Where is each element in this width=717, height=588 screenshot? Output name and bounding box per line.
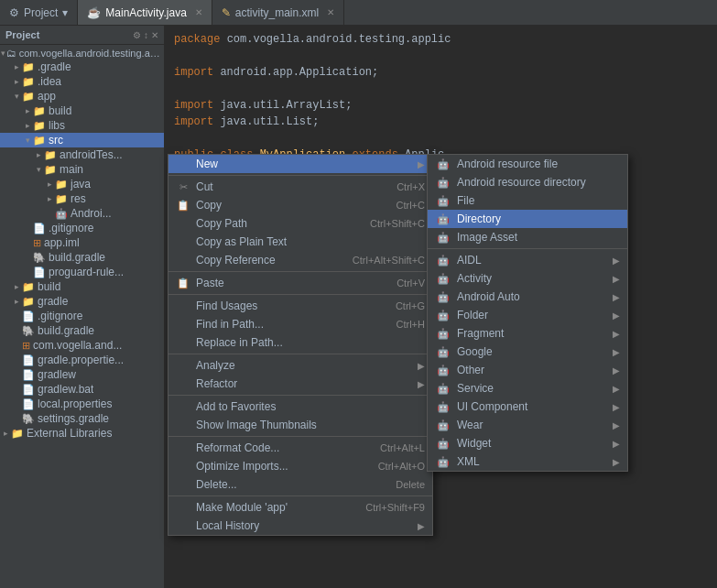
properties-icon: 📄	[22, 354, 35, 366]
context-menu-replace-path[interactable]: Replace in Path...	[168, 333, 432, 352]
folder-icon: 📁	[22, 281, 35, 293]
submenu-widget[interactable]: 🤖 Widget ▶	[428, 434, 627, 452]
separator-7	[168, 495, 432, 496]
context-menu-optimize-label: Optimize Imports...	[196, 460, 288, 473]
tree-arrow: ▾	[0, 49, 6, 58]
code-line-4	[174, 81, 708, 97]
tree-item-androidtest[interactable]: ▸ 📁 androidTes...	[0, 147, 164, 162]
main-activity-tab-icon: ☕	[87, 6, 101, 19]
tree-item-settings-gradle[interactable]: 🐘 settings.gradle	[0, 411, 164, 426]
tree-label-build: build	[49, 104, 71, 117]
tree-item-external-libs[interactable]: ▸ 📁 External Libraries	[0, 426, 164, 441]
submenu-file[interactable]: 🤖 File	[428, 191, 627, 210]
tree-label-external-libs: External Libraries	[27, 427, 112, 440]
sort-icon[interactable]: ↕	[144, 30, 148, 40]
submenu-android-auto[interactable]: 🤖 Android Auto ▶	[428, 288, 627, 306]
context-menu-refactor[interactable]: Refactor ▶	[168, 375, 432, 393]
tree-item-vogella[interactable]: ⊞ com.vogella.and...	[0, 338, 164, 353]
optimize-shortcut: Ctrl+Alt+O	[378, 461, 425, 472]
tab-project[interactable]: ⚙ Project ▾	[0, 0, 78, 25]
project-tab-label: Project	[24, 6, 58, 19]
submenu-google[interactable]: 🤖 Google ▶	[428, 343, 627, 361]
reformat-shortcut: Ctrl+Alt+L	[380, 442, 425, 453]
tree-item-root[interactable]: ▾ 🗂 com.vogella.android.testing.applicat…	[0, 47, 164, 60]
tree-item-res[interactable]: ▸ 📁 res	[0, 191, 164, 206]
context-menu-copy-path[interactable]: Copy Path Ctrl+Shift+C	[168, 214, 432, 233]
tree-item-manifest[interactable]: 🤖 Androi...	[0, 206, 164, 221]
submenu-other[interactable]: 🤖 Other ▶	[428, 361, 627, 379]
manifest-icon: 🤖	[55, 208, 68, 220]
submenu-service[interactable]: 🤖 Service ▶	[428, 379, 627, 397]
context-menu-new[interactable]: New ▶	[168, 155, 432, 173]
iml-icon: ⊞	[33, 237, 41, 249]
tree-item-java[interactable]: ▸ 📁 java	[0, 177, 164, 191]
context-menu-local-history[interactable]: Local History ▶	[168, 517, 432, 535]
xml-icon: 🤖	[435, 456, 451, 468]
tab-main-activity[interactable]: ☕ MainActivity.java ✕	[78, 0, 212, 25]
submenu-folder[interactable]: 🤖 Folder ▶	[428, 306, 627, 324]
tree-item-app-iml[interactable]: ⊞ app.iml	[0, 235, 164, 250]
main-activity-close-icon[interactable]: ✕	[195, 7, 202, 17]
image-asset-icon: 🤖	[435, 232, 451, 244]
context-menu-copy-plain[interactable]: Copy as Plain Text	[168, 233, 432, 251]
tree-label-androidtest: androidTes...	[60, 148, 123, 161]
tree-item-build-dir[interactable]: ▸ 📁 build	[0, 279, 164, 294]
gear-icon[interactable]: ⚙	[133, 30, 141, 40]
context-menu-find-path[interactable]: Find in Path... Ctrl+H	[168, 315, 432, 333]
tree-label-app-iml: app.iml	[44, 236, 80, 249]
context-menu-paste[interactable]: 📋 Paste Ctrl+V	[168, 274, 432, 292]
context-menu-optimize[interactable]: Optimize Imports... Ctrl+Alt+O	[168, 457, 432, 475]
context-menu-analyze[interactable]: Analyze ▶	[168, 356, 432, 375]
context-menu-make-module[interactable]: Make Module 'app' Ctrl+Shift+F9	[168, 498, 432, 517]
folder-arrow-icon: ▶	[613, 310, 620, 321]
tree-label-gitignore-root: .gitignore	[38, 310, 82, 322]
tree-item-gradle[interactable]: ▸ 📁 .gradle	[0, 60, 164, 74]
tree-item-main[interactable]: ▾ 📁 main	[0, 162, 164, 177]
submenu-xml[interactable]: 🤖 XML ▶	[428, 452, 627, 471]
main-activity-tab-label: MainActivity.java	[105, 6, 186, 19]
close-panel-icon[interactable]: ✕	[151, 30, 158, 40]
context-menu-add-favorites[interactable]: Add to Favorites	[168, 397, 432, 416]
tree-item-app[interactable]: ▾ 📁 app	[0, 89, 164, 103]
submenu-activity[interactable]: 🤖 Activity ▶	[428, 269, 627, 288]
submenu-directory-label: Directory	[457, 212, 501, 225]
submenu-wear[interactable]: 🤖 Wear ▶	[428, 416, 627, 434]
tree-item-gradlew-bat[interactable]: 📄 gradlew.bat	[0, 382, 164, 397]
submenu-android-resource-file[interactable]: 🤖 Android resource file	[428, 155, 627, 173]
submenu-directory[interactable]: 🤖 Directory	[428, 210, 627, 228]
tree-item-gitignore-app[interactable]: 📄 .gitignore	[0, 221, 164, 235]
submenu-aidl[interactable]: 🤖 AIDL ▶	[428, 251, 627, 269]
submenu-fragment[interactable]: 🤖 Fragment ▶	[428, 324, 627, 343]
context-menu-show-image[interactable]: Show Image Thumbnails	[168, 416, 432, 434]
tree-arrow: ▸	[33, 150, 44, 159]
submenu-ui-component[interactable]: 🤖 UI Component ▶	[428, 397, 627, 416]
tab-activity-main[interactable]: ✎ activity_main.xml ✕	[212, 0, 344, 25]
context-menu-copy-reference[interactable]: Copy Reference Ctrl+Alt+Shift+C	[168, 251, 432, 269]
tree-item-libs[interactable]: ▸ 📁 libs	[0, 118, 164, 133]
context-menu-reformat[interactable]: Reformat Code... Ctrl+Alt+L	[168, 439, 432, 457]
submenu-android-resource-dir[interactable]: 🤖 Android resource directory	[428, 173, 627, 191]
context-menu-copy-label: Copy	[196, 199, 222, 212]
context-menu-delete[interactable]: Delete... Delete	[168, 475, 432, 494]
context-menu-find-usages[interactable]: Find Usages Ctrl+G	[168, 297, 432, 315]
tree-label-gradle-properties: gradle.propertie...	[38, 354, 124, 366]
paste-icon: 📋	[176, 278, 190, 289]
tree-item-build-gradle[interactable]: 🐘 build.gradle	[0, 250, 164, 265]
tree-item-src[interactable]: ▾ 📁 src	[0, 133, 164, 147]
tree-item-build-gradle-root[interactable]: 🐘 build.gradle	[0, 323, 164, 338]
tree-item-gitignore-root[interactable]: 📄 .gitignore	[0, 309, 164, 323]
tree-item-proguard[interactable]: 📄 proguard-rule...	[0, 265, 164, 279]
context-menu-new-label: New	[196, 158, 218, 170]
tree-item-build[interactable]: ▸ 📁 build	[0, 103, 164, 118]
activity-main-close-icon[interactable]: ✕	[327, 7, 334, 17]
tree-item-local-properties[interactable]: 📄 local.properties	[0, 397, 164, 411]
code-line-5: import java.util.ArrayList;	[174, 97, 708, 114]
separator-1	[168, 175, 432, 176]
tree-item-gradlew[interactable]: 📄 gradlew	[0, 367, 164, 382]
submenu-image-asset[interactable]: 🤖 Image Asset	[428, 228, 627, 246]
tree-item-gradle-properties[interactable]: 📄 gradle.propertie...	[0, 353, 164, 367]
tree-item-gradle-dir[interactable]: ▸ 📁 gradle	[0, 294, 164, 309]
context-menu-cut[interactable]: ✂ Cut Ctrl+X	[168, 178, 432, 196]
context-menu-copy[interactable]: 📋 Copy Ctrl+C	[168, 196, 432, 214]
tree-item-idea[interactable]: ▸ 📁 .idea	[0, 74, 164, 89]
